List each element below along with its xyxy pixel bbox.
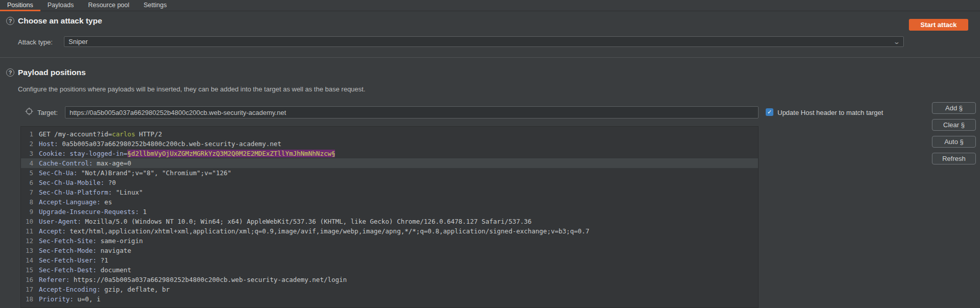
request-text-segment: "Not/A)Brand";v="8", "Chromium";v="126" xyxy=(77,169,231,177)
request-text-segment: ?1 xyxy=(97,256,108,264)
line-content: Sec-Ch-Ua-Mobile: ?0 xyxy=(33,178,116,187)
clear-button[interactable]: Clear § xyxy=(932,119,976,131)
line-number: 10 xyxy=(21,217,33,226)
request-text-segment: ?0 xyxy=(104,179,116,186)
help-icon[interactable]: ? xyxy=(6,68,14,77)
request-line: 7Sec-Ch-Ua-Platform: "Linux" xyxy=(21,187,758,197)
request-text-segment: Sec-Fetch-Site: xyxy=(39,237,97,245)
tab-settings[interactable]: Settings xyxy=(137,0,174,11)
request-text-segment: u=0, i xyxy=(74,295,101,303)
request-line: 14Sec-Fetch-User: ?1 xyxy=(21,255,758,265)
line-content: Accept-Encoding: gzip, deflate, br xyxy=(33,285,170,294)
request-line: 18Priority: u=0, i xyxy=(21,294,758,304)
tab-resource-pool[interactable]: Resource pool xyxy=(81,0,137,11)
request-line: 3Cookie: stay-logged-in=§d2llbmVyOjUxZGM… xyxy=(21,149,758,158)
request-text-segment: Accept-Encoding: xyxy=(39,286,100,293)
line-number: 14 xyxy=(21,255,33,265)
line-number: 15 xyxy=(21,265,33,275)
chevron-down-icon: ⌄ xyxy=(893,39,900,45)
line-number: 3 xyxy=(21,149,33,158)
target-input[interactable] xyxy=(65,106,759,119)
line-number: 1 xyxy=(21,129,33,139)
line-content: Sec-Fetch-Mode: navigate xyxy=(33,246,131,255)
question-glyph: ? xyxy=(9,69,12,76)
request-line: 4Cache-Control: max-age=0 xyxy=(21,158,758,168)
update-host-checkbox-label: Update Host header to match target xyxy=(777,109,883,116)
request-text-segment: Sec-Ch-Ua-Platform: xyxy=(39,188,112,196)
request-text-segment: Upgrade-Insecure-Requests: xyxy=(39,208,139,216)
request-text-segment: Referer: xyxy=(39,276,70,283)
attack-type-value: Sniper xyxy=(69,38,88,45)
line-content: Upgrade-Insecure-Requests: 1 xyxy=(33,207,147,217)
request-text-segment: navigate xyxy=(97,247,131,254)
request-text-segment: GET /my-account?id= xyxy=(39,130,112,138)
attack-type-dropdown[interactable]: Sniper ⌄ xyxy=(64,36,904,47)
request-text-segment: same-origin xyxy=(97,237,143,245)
line-number: 2 xyxy=(21,139,33,149)
request-text-segment: User-Agent: xyxy=(39,218,81,225)
request-text-segment: Sec-Fetch-Mode: xyxy=(39,247,97,254)
help-icon[interactable]: ? xyxy=(6,17,14,25)
request-line: 17Accept-Encoding: gzip, deflate, br xyxy=(21,285,758,294)
line-number: 18 xyxy=(21,294,33,304)
section-divider xyxy=(0,57,980,58)
request-text-segment: "Linux" xyxy=(112,188,143,196)
line-number: 12 xyxy=(21,236,33,246)
line-content: Sec-Fetch-Dest: document xyxy=(33,265,131,275)
line-content: Cache-Control: max-age=0 xyxy=(33,158,131,168)
request-text-segment: Sec-Fetch-User: xyxy=(39,256,97,264)
line-number: 9 xyxy=(21,207,33,217)
request-text-segment: es xyxy=(100,198,112,206)
attack-type-label: Attack type: xyxy=(18,38,53,46)
line-number: 5 xyxy=(21,168,33,178)
line-content: Sec-Ch-Ua-Platform: "Linux" xyxy=(33,187,143,197)
request-text-segment: gzip, deflate, br xyxy=(100,286,169,293)
attack-section-title: Choose an attack type xyxy=(18,16,102,26)
line-content: Priority: u=0, i xyxy=(33,294,100,304)
request-line: 1GET /my-account?id=carlos HTTP/2 xyxy=(21,129,758,139)
line-content: Sec-Fetch-User: ?1 xyxy=(33,255,108,265)
line-content: Accept: text/html,application/xhtml+xml,… xyxy=(33,226,589,236)
line-number: 16 xyxy=(21,275,33,285)
line-number: 7 xyxy=(21,187,33,197)
request-line: 11Accept: text/html,application/xhtml+xm… xyxy=(21,226,758,236)
request-text-segment: max-age=0 xyxy=(93,159,131,167)
request-text-segment: Sec-Ch-Ua: xyxy=(39,169,77,177)
request-text-segment: carlos xyxy=(112,130,135,138)
position-buttons: Add §Clear §Auto §Refresh xyxy=(932,102,976,164)
line-content: Referer: https://0a5b005a037a662980252b4… xyxy=(33,275,347,285)
line-number: 6 xyxy=(21,178,33,187)
auto-button[interactable]: Auto § xyxy=(932,136,976,148)
request-line: 9Upgrade-Insecure-Requests: 1 xyxy=(21,207,758,217)
request-editor-lines: 1GET /my-account?id=carlos HTTP/22Host: … xyxy=(21,129,758,304)
target-icon xyxy=(25,107,33,115)
update-host-checkbox[interactable]: ✓ xyxy=(766,108,773,116)
request-text-segment: Cookie: stay-logged-in= xyxy=(39,150,127,157)
request-text-segment: text/html,application/xhtml+xml,applicat… xyxy=(66,227,590,235)
request-text-segment: HTTP/2 xyxy=(135,130,162,138)
request-text-segment: Accept: xyxy=(39,227,66,235)
tab-payloads[interactable]: Payloads xyxy=(40,0,81,11)
request-line: 12Sec-Fetch-Site: same-origin xyxy=(21,236,758,246)
tab-bar: PositionsPayloadsResource poolSettings xyxy=(0,0,980,11)
line-content: Cookie: stay-logged-in=§d2llbmVyOjUxZGMz… xyxy=(33,149,335,158)
request-line: 8Accept-Language: es xyxy=(21,197,758,207)
request-line: 15Sec-Fetch-Dest: document xyxy=(21,265,758,275)
line-number: 11 xyxy=(21,226,33,236)
line-number: 17 xyxy=(21,285,33,294)
request-editor[interactable]: 1GET /my-account?id=carlos HTTP/22Host: … xyxy=(20,126,759,308)
request-line: 2Host: 0a5b005a037a662980252b4800c200cb.… xyxy=(21,139,758,149)
start-attack-button[interactable]: Start attack xyxy=(909,19,968,31)
line-content: Accept-Language: es xyxy=(33,197,112,207)
request-text-segment: Sec-Ch-Ua-Mobile: xyxy=(39,179,104,186)
add-button[interactable]: Add § xyxy=(932,102,976,114)
line-number: 4 xyxy=(21,158,33,168)
refresh-button[interactable]: Refresh xyxy=(932,153,976,164)
line-number: 8 xyxy=(21,197,33,207)
request-line: 16Referer: https://0a5b005a037a662980252… xyxy=(21,275,758,285)
request-text-segment: Sec-Fetch-Dest: xyxy=(39,266,97,274)
question-glyph: ? xyxy=(9,18,12,24)
request-text-segment: Accept-Language: xyxy=(39,198,100,206)
request-text-segment: 1 xyxy=(139,208,147,216)
tab-positions[interactable]: Positions xyxy=(0,0,40,11)
